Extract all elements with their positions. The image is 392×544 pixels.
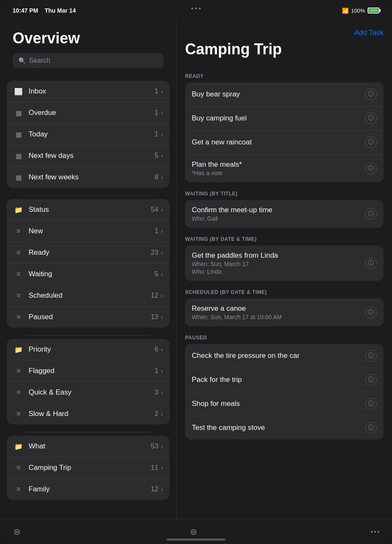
- battery-percent: 100%: [351, 8, 365, 14]
- sidebar-item-flagged[interactable]: ≡ Flagged 1 ›: [7, 360, 170, 382]
- list-icon: ≡: [13, 248, 24, 258]
- sidebar-item-label: Camping Trip: [29, 464, 151, 472]
- sidebar-item-paused[interactable]: ≡ Paused 13 ›: [7, 307, 170, 328]
- status-time-date: 10:47 PM Thu Mar 14: [13, 7, 76, 14]
- sidebar-item-slow-hard[interactable]: ≡ Slow & Hard 2 ›: [7, 403, 170, 424]
- sidebar-item-label: New: [29, 227, 154, 235]
- task-row: Get a new raincoat ⓘ: [185, 131, 384, 155]
- task-row: Pack for the trip ⓘ: [185, 368, 384, 392]
- task-text-area: Plan the meals* *Has a note: [192, 160, 361, 176]
- new-count: 1: [154, 227, 158, 235]
- info-button[interactable]: ⓘ: [365, 307, 377, 318]
- sidebar-item-priority[interactable]: 📁 Priority 6 ›: [7, 339, 170, 360]
- sidebar-item-ready[interactable]: ≡ Ready 23 ›: [7, 242, 170, 264]
- more-options-button[interactable]: [367, 523, 384, 540]
- info-button[interactable]: ⓘ: [365, 398, 377, 410]
- chevron-icon: ›: [161, 464, 163, 471]
- chevron-icon: ›: [161, 346, 163, 353]
- task-subtitle: When: Sun, March 17: [192, 261, 361, 267]
- list-icon: ≡: [13, 484, 24, 494]
- task-subtitle: *Has a note: [192, 170, 361, 176]
- camping-trip-count: 11: [151, 464, 159, 472]
- add-task-button[interactable]: Add Task: [354, 25, 384, 40]
- sidebar-item-next-few-days[interactable]: ▦ Next few days 5 ›: [7, 145, 170, 167]
- info-button[interactable]: ⓘ: [365, 350, 377, 362]
- sidebar-item-quick-easy[interactable]: ≡ Quick & Easy 3 ›: [7, 382, 170, 403]
- sidebar-item-label: Next few days: [29, 152, 154, 160]
- paused-count: 13: [151, 313, 159, 321]
- sidebar-item-next-few-weeks[interactable]: ▦ Next few weeks 8 ›: [7, 167, 170, 188]
- filter-icon: ⊜: [13, 527, 21, 537]
- info-button[interactable]: ⓘ: [365, 136, 377, 148]
- inbox-count: 1: [154, 88, 158, 95]
- task-title: Shop for meals: [192, 400, 361, 408]
- battery-icon: [368, 8, 379, 13]
- right-panel: Add Task Camping Trip READY Buy bear spr…: [177, 21, 392, 544]
- task-title: Plan the meals*: [192, 160, 361, 169]
- info-button[interactable]: ⓘ: [365, 112, 377, 124]
- sidebar-item-today[interactable]: ▦ Today 1 ›: [7, 124, 170, 145]
- right-content: READY Buy bear spray ⓘ Buy camping fuel …: [177, 65, 392, 544]
- info-button[interactable]: ⓘ: [365, 163, 377, 174]
- calendar-icon: ▦: [13, 129, 24, 139]
- chevron-icon: ›: [161, 411, 163, 417]
- sidebar-item-inbox[interactable]: ⬜ Inbox 1 ›: [7, 81, 170, 102]
- task-row: Check the tire pressure on the car ⓘ: [185, 344, 384, 368]
- overdue-count: 1: [154, 109, 158, 117]
- task-text-area: Reserve a canoe When: Sun, March 17 at 1…: [192, 304, 361, 320]
- list-icon: ≡: [13, 409, 24, 419]
- sidebar-item-label: Slow & Hard: [29, 410, 154, 418]
- info-button[interactable]: ⓘ: [365, 208, 377, 220]
- quick-easy-count: 3: [154, 389, 158, 396]
- sidebar-item-waiting[interactable]: ≡ Waiting 5 ›: [7, 264, 170, 285]
- sidebar-item-label: Flagged: [29, 367, 154, 375]
- waiting-count: 5: [154, 270, 158, 278]
- waiting-date-tasks-card: Get the paddles from Linda When: Sun, Ma…: [185, 245, 384, 281]
- info-button[interactable]: ⓘ: [365, 88, 377, 100]
- sidebar-item-what[interactable]: 📁 What 53 ›: [7, 436, 170, 457]
- task-row: Buy camping fuel ⓘ: [185, 107, 384, 131]
- sidebar-item-family[interactable]: ≡ Family 12 ›: [7, 479, 170, 500]
- right-title-area: Camping Trip: [177, 40, 392, 65]
- scheduled-tasks-card: Reserve a canoe When: Sun, March 17 at 1…: [185, 299, 384, 326]
- slow-hard-count: 2: [154, 410, 158, 418]
- task-title: Buy bear spray: [192, 90, 361, 99]
- projects-group: 📁 What 53 › ≡ Camping Trip 11 › ≡ Family…: [7, 436, 170, 500]
- chevron-icon: ›: [161, 389, 163, 396]
- task-row: Shop for meals ⓘ: [185, 392, 384, 416]
- priority-group: 📁 Priority 6 › ≡ Flagged 1 › ≡ Quick & E…: [7, 339, 170, 424]
- folder-icon: 📁: [13, 344, 24, 355]
- waiting-title-tasks-card: Confirm the meet-up time Who: Gail ⓘ: [185, 200, 384, 228]
- today-count: 1: [154, 131, 158, 138]
- filter-button[interactable]: ⊜: [8, 523, 25, 540]
- sidebar-item-new[interactable]: ≡ New 1 ›: [7, 221, 170, 242]
- search-icon: 🔍: [19, 57, 26, 64]
- sidebar-item-status[interactable]: 📁 Status 54 ›: [7, 199, 170, 221]
- chevron-icon: ›: [161, 131, 163, 138]
- info-button[interactable]: ⓘ: [365, 257, 377, 269]
- next-few-days-count: 5: [154, 152, 158, 160]
- status-bar: 10:47 PM Thu Mar 14 📶 100%: [0, 0, 392, 21]
- sidebar-item-label: Paused: [29, 313, 151, 321]
- sidebar-item-overdue[interactable]: ▦ Overdue 1 ›: [7, 102, 170, 124]
- task-text-area: Shop for meals: [192, 400, 361, 408]
- sidebar-item-camping-trip[interactable]: ≡ Camping Trip 11 ›: [7, 457, 170, 479]
- task-row: Test the camping stove ⓘ: [185, 416, 384, 440]
- chevron-icon: ›: [161, 249, 163, 256]
- chevron-icon: ›: [161, 152, 163, 159]
- task-row: Confirm the meet-up time Who: Gail ⓘ: [185, 200, 384, 228]
- waiting-date-section-header: WAITING (BY DATE & TIME): [185, 236, 384, 242]
- right-filter-button[interactable]: ⊜: [185, 523, 202, 540]
- task-row: Reserve a canoe When: Sun, March 17 at 1…: [185, 299, 384, 326]
- left-panel: Overview 🔍 Search ⬜ Inbox 1 › ▦ Overdue …: [0, 21, 177, 544]
- task-text-area: Buy bear spray: [192, 90, 361, 99]
- sidebar-item-label: Inbox: [29, 87, 154, 96]
- date: Thu Mar 14: [45, 7, 76, 14]
- list-icon: ≡: [13, 387, 24, 397]
- search-bar[interactable]: 🔍 Search: [13, 53, 164, 68]
- status-icons: 📶 100%: [342, 8, 379, 14]
- info-button[interactable]: ⓘ: [365, 374, 377, 386]
- info-button[interactable]: ⓘ: [365, 422, 377, 434]
- search-placeholder: Search: [29, 57, 50, 64]
- sidebar-item-scheduled[interactable]: ≡ Scheduled 12 ›: [7, 285, 170, 307]
